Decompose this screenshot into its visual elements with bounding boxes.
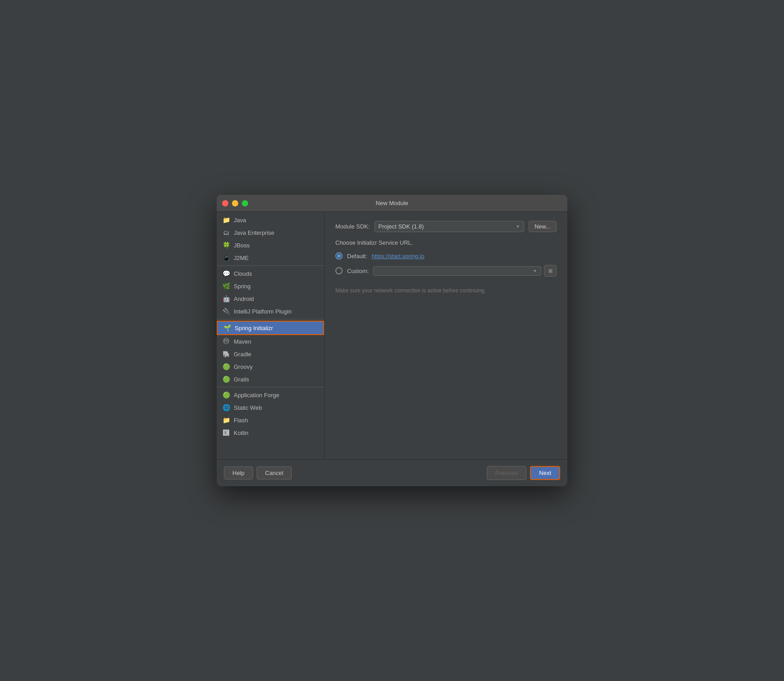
sidebar-item-jboss[interactable]: 🍀JBoss [217,239,324,251]
sidebar-item-label: Groovy [234,363,253,370]
sidebar-item-label: Kotlin [234,430,249,436]
sidebar-item-static-web[interactable]: 🌐Static Web [217,401,324,414]
custom-radio-row: Custom: ▼ ⊞ [335,265,557,277]
custom-url-input[interactable]: ▼ [373,266,541,276]
next-button[interactable]: Next [530,466,560,480]
sidebar-item-j2me[interactable]: 📱J2ME [217,251,324,264]
sidebar-item-label: Static Web [234,404,262,411]
android-icon: 🤖 [222,295,230,303]
application-forge-icon: 🟢 [222,391,230,399]
sidebar-item-groovy[interactable]: 🟢Groovy [217,360,324,373]
java-icon: 📁 [222,216,230,224]
j2me-icon: 📱 [222,254,230,262]
sdk-new-button[interactable]: New... [529,221,557,232]
custom-label: Custom: [347,268,369,274]
maximize-button[interactable] [242,200,248,206]
sidebar-item-java-enterprise[interactable]: 🗂Java Enterprise [217,226,324,239]
section-title: Choose Initializr Service URL. [335,239,557,246]
sidebar-item-application-forge[interactable]: 🟢Application Forge [217,389,324,401]
default-label: Default: [347,253,367,260]
sidebar: 📁Java🗂Java Enterprise🍀JBoss📱J2ME💬Clouds🌿… [217,212,325,459]
close-button[interactable] [222,200,228,206]
sidebar-item-gradle[interactable]: 🐘Gradle [217,348,324,360]
spring-icon: 🌿 [222,282,230,290]
window-title: New Module [376,200,408,206]
sidebar-item-maven[interactable]: ⓜMaven [217,335,324,348]
sidebar-item-label: Java Enterprise [234,229,274,236]
dropdown-arrow-icon: ▼ [533,269,537,273]
java-enterprise-icon: 🗂 [222,228,230,237]
custom-radio-button[interactable] [335,267,343,274]
sidebar-item-label: Grails [234,376,249,383]
sidebar-item-android[interactable]: 🤖Android [217,292,324,305]
sidebar-item-clouds[interactable]: 💬Clouds [217,267,324,280]
previous-button[interactable]: Previous [487,466,527,480]
sidebar-item-label: Maven [234,338,251,345]
help-button[interactable]: Help [224,466,253,479]
static-web-icon: 🌐 [222,403,230,412]
radio-dot [337,254,341,258]
sidebar-divider [217,265,324,266]
sidebar-item-label: Java [234,217,246,224]
sidebar-item-kotlin[interactable]: 🅺Kotlin [217,426,324,439]
sdk-dropdown-value: Project SDK (1.8) [379,223,424,230]
spring-initializr-icon: 🌱 [223,324,231,332]
new-module-window: New Module 📁Java🗂Java Enterprise🍀JBoss📱J… [217,195,567,486]
sidebar-item-grails[interactable]: 🟢Grails [217,373,324,385]
bottom-bar: Help Cancel Previous Next [217,459,567,486]
minimize-button[interactable] [232,200,238,206]
sdk-row: Module SDK: Project SDK (1.8) ▼ New... [335,221,557,232]
sdk-dropdown[interactable]: Project SDK (1.8) ▼ [374,221,524,232]
sidebar-item-label: Flash [234,417,248,424]
radio-group: Default: https://start.spring.io Custom:… [335,252,557,277]
chevron-down-icon: ▼ [516,224,520,229]
hint-text: Make sure your network connection is act… [335,287,557,294]
titlebar: New Module [217,195,567,212]
sidebar-divider [217,319,324,319]
sidebar-item-flash[interactable]: 📁Flash [217,414,324,426]
clouds-icon: 💬 [222,269,230,278]
custom-url-browse-button[interactable]: ⊞ [544,265,557,277]
browse-icon: ⊞ [548,268,552,274]
sidebar-divider [217,387,324,387]
bottom-left-buttons: Help Cancel [224,466,292,479]
sidebar-item-java[interactable]: 📁Java [217,214,324,226]
intellij-platform-plugin-icon: 🔌 [222,307,230,315]
kotlin-icon: 🅺 [222,429,230,437]
sidebar-item-label: J2ME [234,255,249,261]
main-panel: Module SDK: Project SDK (1.8) ▼ New... C… [325,212,567,459]
sidebar-item-label: Android [234,296,254,302]
grails-icon: 🟢 [222,375,230,383]
sidebar-item-spring-initializr[interactable]: 🌱Spring Initializr [217,321,324,335]
sidebar-item-label: JBoss [234,242,249,249]
traffic-lights [222,200,248,206]
default-radio-row: Default: https://start.spring.io [335,252,557,260]
bottom-right-buttons: Previous Next [487,466,560,480]
sdk-label: Module SDK: [335,223,370,230]
sidebar-item-label: Gradle [234,351,251,358]
content-area: 📁Java🗂Java Enterprise🍀JBoss📱J2ME💬Clouds🌿… [217,212,567,459]
sidebar-item-label: Spring Initializr [235,325,273,332]
sidebar-item-label: IntelliJ Platform Plugin [234,308,292,315]
sidebar-item-label: Spring [234,283,251,290]
sidebar-item-label: Application Forge [234,392,279,399]
gradle-icon: 🐘 [222,350,230,358]
default-url-link[interactable]: https://start.spring.io [372,253,424,260]
custom-input-row: ▼ ⊞ [373,265,557,277]
sidebar-item-intellij-platform-plugin[interactable]: 🔌IntelliJ Platform Plugin [217,305,324,318]
flash-icon: 📁 [222,416,230,424]
maven-icon: ⓜ [222,337,230,345]
default-radio-button[interactable] [335,252,343,260]
jboss-icon: 🍀 [222,241,230,249]
sidebar-item-spring[interactable]: 🌿Spring [217,280,324,292]
sidebar-item-label: Clouds [234,270,252,277]
cancel-button[interactable]: Cancel [257,466,292,479]
groovy-icon: 🟢 [222,363,230,371]
